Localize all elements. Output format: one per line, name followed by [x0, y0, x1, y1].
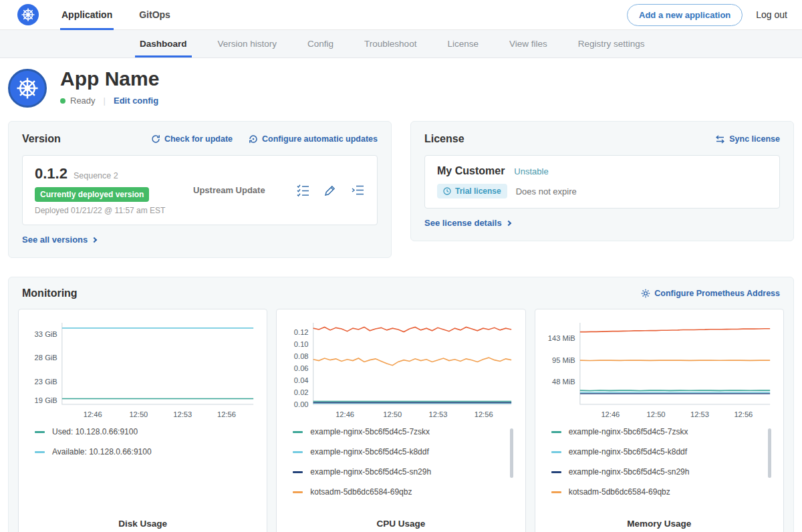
auto-update-icon — [249, 134, 258, 144]
legend-swatch — [35, 431, 45, 433]
svg-text:33 GiB: 33 GiB — [35, 330, 57, 338]
chart-title: Disk Usage — [25, 519, 260, 530]
subnav-tab-registry-settings[interactable]: Registry settings — [563, 30, 660, 57]
legend-swatch — [293, 491, 303, 493]
subnav-tab-view-files[interactable]: View files — [494, 30, 563, 57]
top-nav-tabs: Application GitOps — [60, 0, 196, 30]
disk-usage-legend: Used: 10.128.0.66:9100Available: 10.128.… — [35, 427, 256, 467]
legend-swatch — [551, 451, 561, 453]
legend-label: example-nginx-5bc6f5d4c5-sn29h — [569, 467, 690, 477]
cpu-usage-legend: example-nginx-5bc6f5d4c5-7zskxexample-ng… — [293, 427, 514, 507]
legend-item: example-nginx-5bc6f5d4c5-sn29h — [293, 467, 514, 477]
chart-title: CPU Usage — [283, 519, 518, 530]
legend-scrollbar[interactable] — [510, 428, 513, 478]
cpu-usage-plot: 0.000.020.040.060.080.100.1212:4612:5012… — [283, 317, 518, 420]
svg-text:143 MiB: 143 MiB — [547, 334, 575, 342]
configure-prometheus-link[interactable]: Configure Prometheus Address — [641, 289, 780, 298]
svg-text:12:50: 12:50 — [646, 410, 665, 418]
version-sequence: Sequence 2 — [74, 171, 118, 180]
legend-swatch — [551, 491, 561, 493]
legend-label: example-nginx-5bc6f5d4c5-k8ddf — [310, 447, 428, 456]
top-nav: Application GitOps Add a new application… — [0, 0, 802, 30]
subnav-tab-troubleshoot[interactable]: Troubleshoot — [349, 30, 432, 57]
legend-item: Used: 10.128.0.66:9100 — [35, 427, 256, 436]
status-ready-dot — [60, 98, 65, 104]
legend-label: kotsadm-5db6dc6584-69qbz — [569, 487, 670, 497]
configure-automatic-updates-link[interactable]: Configure automatic updates — [249, 134, 378, 144]
svg-text:12:56: 12:56 — [217, 410, 236, 418]
legend-label: kotsadm-5db6dc6584-69qbz — [310, 487, 412, 497]
memory-usage-legend: example-nginx-5bc6f5d4c5-7zskxexample-ng… — [551, 427, 773, 507]
svg-text:12:56: 12:56 — [475, 410, 493, 418]
charts-row: 19 GiB23 GiB28 GiB33 GiB12:4612:5012:531… — [18, 309, 784, 532]
deployed-timestamp: Deployed 01/21/22 @ 11:57 am EST — [35, 206, 172, 215]
legend-label: example-nginx-5bc6f5d4c5-7zskx — [569, 427, 688, 436]
subnav-tab-license[interactable]: License — [432, 30, 494, 57]
disk-usage-plot: 19 GiB23 GiB28 GiB33 GiB12:4612:5012:531… — [25, 317, 260, 420]
sync-license-link[interactable]: Sync license — [715, 134, 780, 144]
svg-text:12:50: 12:50 — [129, 410, 148, 418]
subnav-tab-dashboard[interactable]: Dashboard — [124, 30, 203, 57]
version-card-title: Version — [22, 133, 61, 145]
svg-text:0.12: 0.12 — [294, 328, 309, 336]
legend-item: example-nginx-5bc6f5d4c5-7zskx — [551, 427, 773, 436]
legend-item: example-nginx-5bc6f5d4c5-k8ddf — [293, 447, 514, 456]
svg-text:12:56: 12:56 — [734, 410, 753, 418]
legend-item: example-nginx-5bc6f5d4c5-sn29h — [551, 467, 773, 477]
edit-config-link[interactable]: Edit config — [114, 96, 158, 106]
svg-text:12:46: 12:46 — [601, 410, 620, 418]
customer-name: My Customer — [437, 165, 505, 177]
cards-row: Version Check for update Configure autom… — [0, 118, 802, 258]
release-notes-icon[interactable] — [351, 183, 365, 197]
license-channel: Unstable — [514, 166, 548, 176]
legend-label: Used: 10.128.0.66:9100 — [52, 427, 138, 436]
legend-item: Available: 10.128.0.66:9100 — [35, 447, 256, 456]
legend-label: example-nginx-5bc6f5d4c5-k8ddf — [569, 447, 687, 456]
page-title: App Name — [60, 68, 159, 90]
status-label: Ready — [70, 96, 96, 106]
tab-application[interactable]: Application — [60, 0, 114, 30]
legend-item: example-nginx-5bc6f5d4c5-k8ddf — [551, 447, 773, 456]
logout-link[interactable]: Log out — [756, 9, 787, 20]
legend-swatch — [551, 471, 561, 473]
app-logo-icon — [8, 69, 47, 108]
svg-text:0.04: 0.04 — [294, 376, 309, 384]
app-sub-nav: Dashboard Version history Config Trouble… — [0, 30, 802, 58]
deployed-version-badge: Currently deployed version — [35, 187, 149, 202]
version-card: Version Check for update Configure autom… — [8, 121, 392, 258]
refresh-icon — [151, 134, 160, 144]
svg-text:23 GiB: 23 GiB — [35, 378, 57, 386]
check-for-update-link[interactable]: Check for update — [151, 134, 233, 144]
svg-text:12:50: 12:50 — [384, 410, 402, 418]
legend-swatch — [293, 451, 303, 453]
svg-text:0.10: 0.10 — [294, 340, 309, 348]
svg-text:0.02: 0.02 — [294, 388, 309, 396]
legend-swatch — [293, 471, 303, 473]
cpu-usage-chart: 0.000.020.040.060.080.100.1212:4612:5012… — [276, 309, 525, 532]
see-license-details-link[interactable]: See license details — [424, 218, 511, 228]
edit-pen-icon[interactable] — [323, 183, 338, 197]
version-number: 0.1.2 — [35, 165, 68, 182]
subnav-tab-config[interactable]: Config — [292, 30, 349, 57]
gear-icon — [641, 289, 650, 298]
svg-text:12:53: 12:53 — [429, 410, 448, 418]
checklist-icon[interactable] — [296, 183, 310, 197]
chevron-right-icon — [92, 237, 97, 243]
kubernetes-logo-icon — [17, 4, 39, 25]
subnav-tab-version-history[interactable]: Version history — [203, 30, 293, 57]
legend-item: example-nginx-5bc6f5d4c5-7zskx — [293, 427, 514, 436]
see-all-versions-link[interactable]: See all versions — [22, 235, 96, 245]
trial-license-badge: Trial license — [437, 184, 507, 198]
legend-swatch — [551, 431, 561, 433]
license-expiry: Does not expire — [516, 186, 577, 196]
add-application-button[interactable]: Add a new application — [627, 4, 743, 26]
license-box: My Customer Unstable Trial license Does … — [424, 155, 780, 209]
legend-label: example-nginx-5bc6f5d4c5-sn29h — [310, 467, 431, 477]
svg-text:12:46: 12:46 — [336, 410, 354, 418]
svg-text:12:53: 12:53 — [690, 410, 709, 418]
legend-scrollbar[interactable] — [768, 428, 771, 478]
legend-swatch — [35, 451, 45, 453]
memory-usage-chart: 48 MiB95 MiB143 MiB12:4612:5012:5312:56 … — [535, 309, 784, 532]
tab-gitops[interactable]: GitOps — [138, 0, 172, 30]
svg-text:0.00: 0.00 — [294, 400, 309, 408]
